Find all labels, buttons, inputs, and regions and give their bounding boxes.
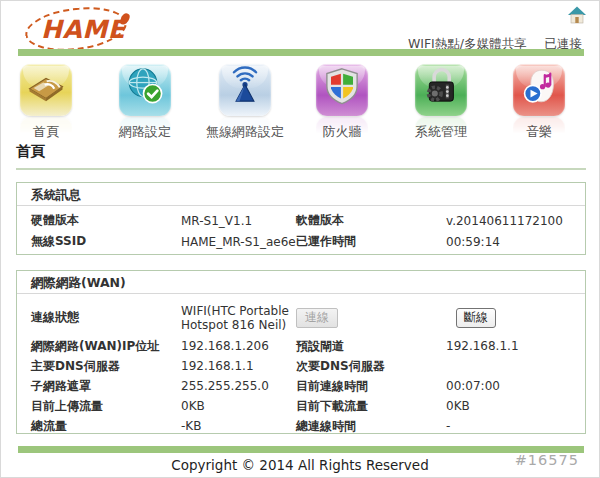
nav-label-music: 音樂 [491, 123, 587, 141]
table-row: 目前上傳流量 0KB 目前下載流量 0KB [17, 396, 585, 416]
firewall-icon [316, 64, 368, 116]
watermark-number: #16575 [515, 452, 579, 468]
wan-title: 網際網路(WAN) [17, 271, 585, 294]
wan-panel: 網際網路(WAN) 連線狀態 WIFI(HTC Portable Hotspot… [16, 270, 586, 434]
wan-ip-value: 192.168.1.206 [181, 339, 296, 353]
hame-logo[interactable]: HAME [31, 11, 127, 49]
system-info-panel: 系統訊息 硬體版本 MR-S1_V1.1 軟體版本 v.201406111721… [16, 182, 586, 255]
table-row: 網際網路(WAN)IP位址 192.168.1.206 預設閘道 192.168… [17, 336, 585, 356]
nav-label-firewall: 防火牆 [294, 123, 390, 141]
nav-item-music[interactable]: 音樂 [491, 60, 587, 141]
nav-label-system-management: 系統管理 [393, 123, 489, 141]
hardware-version-label: 硬體版本 [31, 212, 181, 229]
title-divider [16, 168, 586, 170]
nav-item-home[interactable]: 首頁 [0, 60, 94, 141]
subnet-mask-value: 255.255.255.0 [181, 379, 296, 393]
nav-item-firewall[interactable]: 防火牆 [294, 60, 390, 141]
top-divider-bar [18, 49, 584, 56]
wireless-ssid-label: 無線SSID [31, 233, 181, 250]
current-connect-time-label: 目前連線時間 [296, 378, 446, 395]
connection-status-value: WIFI(HTC Portable Hotspot 816 Neil) [181, 304, 296, 332]
bottom-divider-bar [18, 446, 584, 453]
nav-item-network-settings[interactable]: 網路設定 [97, 60, 193, 141]
home-page-icon [20, 64, 72, 116]
total-traffic-value: -KB [181, 419, 296, 433]
logo-text: HAME [41, 15, 125, 44]
wireless-settings-icon [219, 64, 271, 116]
nav-label-wireless-settings: 無線網路設定 [197, 123, 293, 141]
secondary-dns-label: 次要DNS伺服器 [296, 358, 446, 375]
wan-ip-label: 網際網路(WAN)IP位址 [31, 338, 181, 355]
system-info-title: 系統訊息 [17, 183, 585, 206]
system-management-icon [415, 64, 467, 116]
table-row: 主要DNS伺服器 192.168.1.1 次要DNS伺服器 [17, 356, 585, 376]
hardware-version-value: MR-S1_V1.1 [181, 214, 296, 228]
current-connect-time-value: 00:07:00 [446, 379, 585, 393]
table-row: 無線SSID HAME_MR-S1_ae6e 已運作時間 00:59:14 [17, 231, 585, 252]
nav-item-system-management[interactable]: 系統管理 [393, 60, 489, 141]
total-connect-time-value: - [446, 419, 585, 433]
nav-label-home: 首頁 [0, 123, 94, 141]
uptime-value: 00:59:14 [446, 235, 585, 249]
page-title: 首頁 [16, 142, 45, 161]
total-connect-time-label: 總連線時間 [296, 418, 446, 435]
disconnect-button[interactable]: 斷線 [456, 308, 496, 328]
upload-traffic-label: 目前上傳流量 [31, 398, 181, 415]
total-traffic-label: 總流量 [31, 418, 181, 435]
download-traffic-value: 0KB [446, 399, 585, 413]
gateway-value: 192.168.1.1 [446, 339, 585, 353]
primary-dns-value: 192.168.1.1 [181, 359, 296, 373]
nav-label-network-settings: 網路設定 [97, 123, 193, 141]
router-admin-page: HAME WIFI熱點/多媒體共享 已連接 首頁 [0, 0, 600, 478]
connect-button[interactable]: 連線 [296, 308, 338, 328]
wireless-ssid-value: HAME_MR-S1_ae6e [181, 235, 296, 249]
home-icon[interactable] [567, 5, 587, 25]
software-version-label: 軟體版本 [296, 212, 446, 229]
uptime-label: 已運作時間 [296, 233, 446, 250]
connection-status-label: 連線狀態 [31, 309, 181, 326]
primary-dns-label: 主要DNS伺服器 [31, 358, 181, 375]
software-version-value: v.20140611172100 [446, 214, 585, 228]
table-row: 子網路遮罩 255.255.255.0 目前連線時間 00:07:00 [17, 376, 585, 396]
nav-item-wireless-settings[interactable]: 無線網路設定 [197, 60, 293, 141]
network-settings-icon [119, 64, 171, 116]
gateway-label: 預設閘道 [296, 338, 446, 355]
upload-traffic-value: 0KB [181, 399, 296, 413]
connection-status-row: 連線狀態 WIFI(HTC Portable Hotspot 816 Neil)… [17, 299, 585, 336]
copyright-text: Copyright © 2014 All Rights Reserved [1, 457, 599, 473]
main-navigation: 首頁 網路設定 [1, 60, 600, 140]
subnet-mask-label: 子網路遮罩 [31, 378, 181, 395]
table-row: 總流量 -KB 總連線時間 - [17, 416, 585, 436]
music-icon [513, 64, 565, 116]
table-row: 硬體版本 MR-S1_V1.1 軟體版本 v.20140611172100 [17, 210, 585, 231]
download-traffic-label: 目前下載流量 [296, 398, 446, 415]
